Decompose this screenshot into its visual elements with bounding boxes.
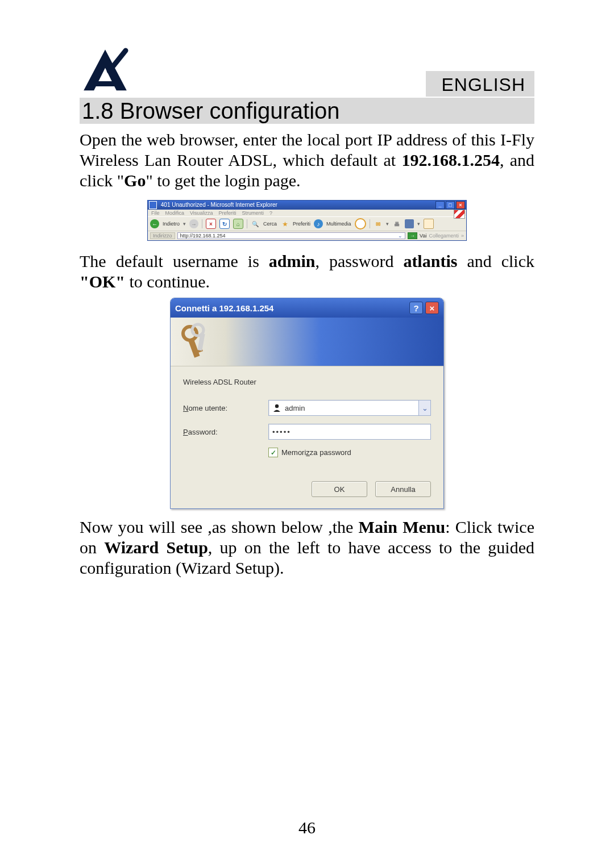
svg-point-6 (275, 404, 279, 408)
address-label: Indirizzo (150, 232, 175, 239)
username-value: admin (285, 404, 305, 412)
ie-throbber-icon (454, 210, 465, 219)
ie-toolbar: ← Indietro ▾ → × ↻ ⌂ 🔍 Cerca ★ Preferiti… (148, 216, 466, 231)
user-icon (272, 403, 281, 412)
ie-app-icon (149, 201, 157, 209)
ok-button[interactable]: OK (312, 481, 367, 497)
svg-rect-0 (95, 81, 115, 86)
maximize-button[interactable]: □ (446, 201, 455, 209)
checkmark-icon: ✓ (268, 448, 278, 457)
ie-address-bar: Indirizzo http://192.168.1.254 ⌄ → Vai C… (148, 231, 466, 240)
username-label: Nome utente: (183, 404, 268, 412)
search-icon[interactable]: 🔍 (251, 219, 260, 228)
ie-menubar: File Modifica Visualizza Preferiti Strum… (148, 210, 466, 216)
login-dialog: Connetti a 192.168.1.254 ? × Wireless AD… (170, 298, 444, 509)
ie-window-figure: 401 Unauthorized - Microsoft Internet Ex… (147, 200, 467, 241)
password-label: Password: (183, 428, 268, 436)
discuss-icon[interactable] (424, 219, 434, 229)
back-icon[interactable]: ← (150, 219, 159, 228)
back-label[interactable]: Indietro (163, 221, 180, 227)
menu-help[interactable]: ? (269, 210, 272, 216)
search-label[interactable]: Cerca (263, 221, 277, 227)
brand-logo (80, 45, 131, 97)
favorites-label[interactable]: Preferiti (293, 221, 310, 227)
favorites-icon[interactable]: ★ (280, 219, 289, 228)
ie-titlebar: 401 Unauthorized - Microsoft Internet Ex… (148, 201, 466, 210)
menu-strumenti[interactable]: Strumenti (242, 210, 264, 216)
login-title-text: Connetti a 192.168.1.254 (175, 303, 273, 313)
menu-preferiti[interactable]: Preferiti (218, 210, 236, 216)
home-icon[interactable]: ⌂ (233, 219, 243, 229)
section-title: 1.8 Browser configuration (80, 98, 534, 124)
menu-file[interactable]: File (151, 210, 160, 216)
forward-icon: → (189, 219, 198, 228)
refresh-icon[interactable]: ↻ (219, 219, 230, 229)
ie-title-text: 401 Unauthorized - Microsoft Internet Ex… (161, 202, 277, 208)
keys-icon (179, 322, 213, 362)
login-realm: Wireless ADSL Router (183, 378, 431, 386)
paragraph-1: Open the web browser, enter the local po… (80, 130, 534, 191)
minimize-button[interactable]: _ (435, 201, 445, 209)
edit-icon[interactable] (405, 219, 414, 228)
close-button[interactable]: × (425, 302, 439, 314)
print-icon[interactable]: 🖶 (392, 219, 401, 228)
media-label[interactable]: Multimedia (326, 221, 351, 227)
menu-visualizza[interactable]: Visualizza (190, 210, 213, 216)
paragraph-2: The default username is admin, password … (80, 251, 534, 292)
remember-password-checkbox[interactable]: ✓ Memorizza password (268, 448, 431, 457)
remember-password-label: Memorizza password (281, 448, 351, 457)
mail-icon[interactable]: ✉ (374, 219, 383, 228)
cancel-button[interactable]: Annulla (375, 481, 431, 497)
chevron-down-icon[interactable]: ⌄ (418, 400, 430, 415)
password-value: ••••• (272, 428, 291, 436)
history-icon[interactable] (355, 218, 366, 229)
stop-icon[interactable]: × (206, 219, 216, 229)
login-titlebar: Connetti a 192.168.1.254 ? × (171, 298, 443, 318)
address-input[interactable]: http://192.168.1.254 ⌄ (177, 232, 406, 239)
go-button[interactable]: → (408, 232, 417, 239)
password-field[interactable]: ••••• (268, 424, 431, 440)
paragraph-3: Now you will see ,as shown below ,the Ma… (80, 517, 534, 578)
close-button[interactable]: × (456, 201, 465, 209)
username-field[interactable]: admin ⌄ (268, 400, 431, 416)
menu-modifica[interactable]: Modifica (165, 210, 185, 216)
links-label[interactable]: Collegamenti (429, 233, 459, 239)
language-label: ENGLISH (426, 71, 534, 97)
media-icon[interactable]: ♪ (314, 219, 323, 228)
help-button[interactable]: ? (409, 302, 423, 314)
login-banner (171, 318, 443, 366)
page-number: 46 (0, 818, 614, 837)
go-label[interactable]: Vai (420, 233, 426, 239)
